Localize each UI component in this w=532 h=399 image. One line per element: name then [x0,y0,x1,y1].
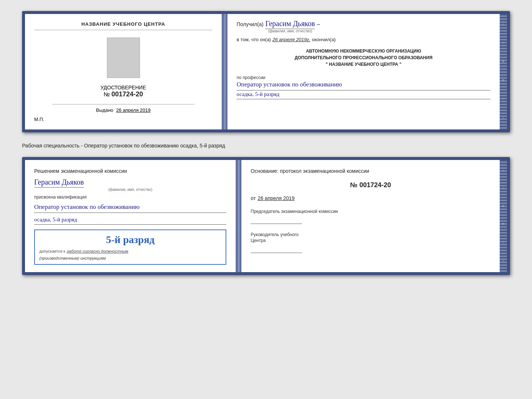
date-prefix: от [251,195,256,201]
bottom-side-char-2: – [502,187,505,190]
director-block: Руководитель учебного Центра [251,232,490,253]
date-value: 26 апреля 2019 [258,195,295,201]
dash: – [317,21,320,28]
director-title2: Центра [251,238,490,243]
in-that-line: в том, что он(а) 26 апреля 2019г. окончи… [237,37,490,42]
right-strip: – – и а ← – [500,14,507,129]
received-line: Получил(а) Герасим Дьяков (фамилия, имя,… [237,19,490,33]
stamp-line: допускается к работе согласно должностны… [39,247,221,254]
top-cert-right: Получил(а) Герасим Дьяков (фамилия, имя,… [227,14,500,129]
bottom-cert-right: Основание: протокол экзаменационной коми… [241,160,500,272]
bottom-side-char-4: а [502,223,505,225]
finished-label: окончил(а) [312,37,336,42]
date-line: от 26 апреля 2019 [251,195,490,201]
chairman-signature-line [251,217,302,224]
bottom-spine-divider [236,160,241,272]
director-title1: Руководитель учебного [251,232,490,237]
photo-placeholder [107,38,140,78]
side-char-4: а [502,79,505,82]
issued-date: 26 апреля 2019 [116,107,151,113]
side-char-5: ← [502,97,505,101]
stamp-box: 5-й разряд допускается к работе согласно… [34,229,226,265]
cert-number-block: УДОСТОВЕРЕНИЕ № 001724-20 [101,85,146,98]
mp-label: М.П. [34,117,44,122]
specialty-label: Рабочая специальность - Оператор установ… [22,141,510,150]
chairman-block: Председатель экзаменационной комиссии [251,209,490,224]
assigned-label: присвоена квалификация [34,195,226,200]
side-char-2: – [502,42,505,44]
chairman-title: Председатель экзаменационной комиссии [251,209,490,215]
bottom-side-char-5: ← [502,241,505,245]
bottom-certificate-wrapper: Решением экзаменационной комиссии Гераси… [22,157,510,275]
top-certificate-wrapper: НАЗВАНИЕ УЧЕБНОГО ЦЕНТРА УДОСТОВЕРЕНИЕ №… [22,11,510,132]
in-that-prefix: в том, что он(а) [237,37,271,42]
bottom-side-char-1: – [502,170,505,172]
org-block: АВТОНОМНУЮ НЕКОММЕРЧЕСКУЮ ОРГАНИЗАЦИЮ ДО… [237,48,490,68]
bottom-person-name: Герасим Дьяков [34,178,84,188]
side-char-1: – [502,24,505,26]
page-container: НАЗВАНИЕ УЧЕБНОГО ЦЕНТРА УДОСТОВЕРЕНИЕ №… [7,7,525,281]
bottom-side-char-6: – [502,260,505,263]
protocol-value: 001724-20 [359,181,391,189]
cert-label: УДОСТОВЕРЕНИЕ [101,85,146,90]
org-line3: " НАЗВАНИЕ УЧЕБНОГО ЦЕНТРА " [237,61,490,68]
in-that-date: 26 апреля 2019г. [272,37,310,42]
received-prefix: Получил(а) [237,21,263,27]
stamp-prefix: допускается к [39,249,65,253]
top-cert-left: НАЗВАНИЕ УЧЕБНОГО ЦЕНТРА УДОСТОВЕРЕНИЕ №… [25,14,222,129]
director-signature-line [251,246,302,253]
issued-label: Выдано [96,107,113,113]
stamp-text-large: 5-й разряд [39,234,221,246]
spine-divider [222,14,227,129]
profession-block: по профессии Оператор установок по обезв… [237,73,490,99]
org-line2: ДОПОЛНИТЕЛЬНОГО ПРОФЕССИОНАЛЬНОГО ОБРАЗО… [237,54,490,61]
cert-number-value: 001724-20 [111,90,143,98]
bottom-qualification1: Оператор установок по обезвоживанию [34,203,226,213]
bottom-right-strip: – – и а ← – [500,160,507,272]
person-block: Герасим Дьяков (фамилия, имя, отчество) [34,178,226,192]
recipient-label: (фамилия, имя, отчество) [265,29,315,33]
bottom-side-char-3: и [502,205,505,208]
basis-title: Основание: протокол экзаменационной коми… [251,167,490,175]
profession-value2: осадка, 5-й разряд [237,90,490,99]
recipient-name: Герасим Дьяков [265,19,315,29]
side-char-3: и [502,60,505,63]
top-cert-title: НАЗВАНИЕ УЧЕБНОГО ЦЕНТРА [34,21,212,30]
stamp-underline: работе согласно должностным [67,249,128,253]
cert-issued: Выдано 26 апреля 2019 [34,107,212,113]
stamp-italic: (производственным) инструкциям [39,256,221,260]
side-char-6: – [502,117,505,120]
protocol-number: № 001724-20 [251,181,490,189]
profession-value: Оператор установок по обезвоживанию [237,80,490,90]
protocol-prefix: № [350,181,357,189]
bottom-person-label: (фамилия, имя, отчество) [34,188,226,192]
bottom-cert-left: Решением экзаменационной комиссии Гераси… [25,160,236,272]
org-line1: АВТОНОМНУЮ НЕКОММЕРЧЕСКУЮ ОРГАНИЗАЦИЮ [237,48,490,54]
bottom-qualification2: осадка, 5-й разряд [34,216,226,225]
cert-num-prefix: № [104,91,110,97]
commission-title: Решением экзаменационной комиссии [34,167,226,175]
profession-label: по профессии [237,75,490,80]
top-certificate: НАЗВАНИЕ УЧЕБНОГО ЦЕНТРА УДОСТОВЕРЕНИЕ №… [25,14,507,129]
bottom-certificate: Решением экзаменационной комиссии Гераси… [25,160,507,272]
